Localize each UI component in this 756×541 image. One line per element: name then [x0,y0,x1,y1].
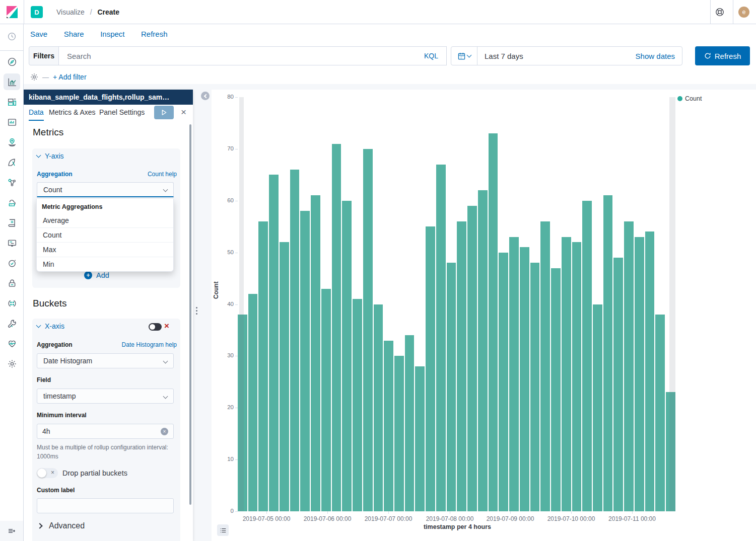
bar[interactable] [258,221,268,511]
bar[interactable] [311,195,320,511]
maps-icon[interactable] [4,134,20,150]
refresh-button[interactable]: Refresh [695,46,750,65]
bar[interactable] [353,299,362,511]
clear-input-icon[interactable]: × [161,428,168,435]
editor-scrollbar[interactable] [189,124,191,505]
field-select[interactable]: timestamp [37,389,174,404]
bar[interactable] [415,366,425,511]
stack-monitoring-icon[interactable] [4,335,20,352]
bar[interactable] [582,201,592,511]
panel-resizer-handle[interactable] [194,307,198,315]
bar[interactable] [551,268,561,512]
bar[interactable] [300,211,310,511]
search-input[interactable] [59,52,424,60]
option-max[interactable]: Max [37,242,173,257]
inspect-button[interactable]: Inspect [100,30,124,38]
tab-panel-settings[interactable]: Panel Settings [99,108,145,116]
legend-item-count[interactable]: Count [677,95,702,102]
discard-changes-icon[interactable]: × [181,107,186,118]
bucket-aggregation-select[interactable]: Date Histogram [37,353,174,368]
bar[interactable] [374,304,383,512]
user-avatar[interactable]: e [738,7,749,18]
space-badge[interactable]: D [31,6,43,18]
breadcrumb-visualize[interactable]: Visualize [56,8,85,16]
filters-menu-button[interactable]: Filters [29,46,59,65]
bar[interactable] [478,190,488,511]
canvas-icon[interactable] [4,114,20,130]
logs-icon[interactable] [4,214,20,231]
discover-icon[interactable] [4,53,20,70]
siem-icon[interactable] [4,275,20,291]
remove-bucket-icon[interactable]: × [164,322,169,330]
bar[interactable] [394,356,404,511]
x-axis-accordion[interactable]: X-axis [37,322,64,330]
option-count[interactable]: Count [37,227,173,242]
visualize-icon[interactable] [4,73,20,90]
bar[interactable] [530,263,540,511]
bar[interactable] [489,133,498,511]
bar[interactable] [280,242,289,511]
bar[interactable] [509,237,519,511]
kql-toggle[interactable]: KQL [424,52,446,60]
share-button[interactable]: Share [64,30,84,38]
bar[interactable] [540,221,550,511]
minimum-interval-input[interactable]: 4h × [37,424,174,439]
bar[interactable] [635,237,644,511]
date-histogram-help-link[interactable]: Date Histogram help [122,341,177,348]
custom-label-input[interactable] [37,498,174,513]
bar[interactable] [457,221,466,511]
bar[interactable] [593,304,602,512]
apply-changes-button[interactable] [154,106,174,119]
machine-learning-icon[interactable] [4,154,20,171]
bar[interactable] [520,247,529,511]
bar[interactable] [613,258,623,511]
bar[interactable] [447,263,456,511]
graph-icon[interactable] [4,174,20,191]
add-metric-button[interactable]: + Add [23,271,171,279]
bar[interactable] [624,221,634,511]
bar[interactable] [363,149,373,511]
bar[interactable] [332,144,341,511]
refresh-link[interactable]: Refresh [141,30,168,38]
y-axis-accordion[interactable]: Y-axis [37,152,64,160]
tab-data[interactable]: Data [29,108,44,121]
infrastructure-icon[interactable] [4,194,20,211]
bar[interactable] [290,170,300,511]
bar[interactable] [436,165,446,511]
option-average[interactable]: Average [37,213,173,227]
dashboard-icon[interactable] [4,94,20,110]
option-min[interactable]: Min [37,257,173,271]
filter-settings-gear-icon[interactable] [30,73,38,81]
drop-partial-buckets-toggle[interactable]: × [37,468,58,478]
bar[interactable] [655,315,665,511]
bar[interactable] [384,341,393,511]
help-icon[interactable] [715,8,724,17]
recently-viewed-icon[interactable] [4,28,20,45]
bar[interactable] [467,206,477,511]
count-help-link[interactable]: Count help [148,171,177,178]
show-dates-button[interactable]: Show dates [636,52,682,60]
save-button[interactable]: Save [30,30,47,38]
management-icon[interactable] [4,355,20,372]
bar[interactable] [603,195,613,511]
legend-toggle-button[interactable] [217,524,229,536]
tab-metrics-axes[interactable]: Metrics & Axes [49,108,96,116]
bar[interactable] [645,231,655,511]
bar[interactable] [248,294,258,511]
bar[interactable] [405,335,415,511]
bar[interactable] [321,289,331,511]
apm-icon[interactable] [4,235,20,251]
calendar-button[interactable] [451,47,477,65]
advanced-accordion[interactable]: Advanced [38,521,85,530]
collapse-editor-button[interactable] [201,92,210,100]
code-icon[interactable] [4,295,20,312]
bar[interactable] [499,253,508,511]
uptime-icon[interactable] [4,255,20,271]
bar-series[interactable] [238,97,675,511]
date-range-display[interactable]: Last 7 days [477,52,636,60]
toggle-bucket-enabled[interactable] [149,323,162,331]
bar[interactable] [562,237,571,511]
kibana-logo[interactable] [5,5,19,19]
bar[interactable] [572,242,582,511]
add-filter-button[interactable]: + Add filter [53,73,87,81]
